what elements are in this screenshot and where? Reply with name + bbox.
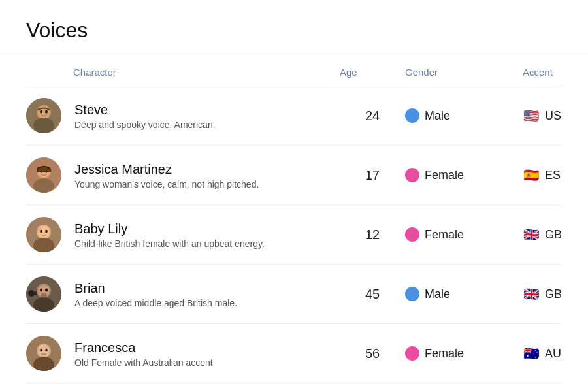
character-info: Brian A deep voiced middle aged British … bbox=[74, 280, 237, 308]
gender-dot bbox=[405, 346, 419, 361]
table-row[interactable]: Brian A deep voiced middle aged British … bbox=[26, 265, 562, 324]
svg-point-34 bbox=[45, 349, 48, 351]
character-cell: Francesca Old Female with Australian acc… bbox=[26, 336, 340, 371]
svg-point-24 bbox=[40, 289, 42, 292]
character-name: Steve bbox=[74, 102, 216, 118]
gender-cell: Female bbox=[405, 168, 523, 182]
character-description: A deep voiced middle aged British male. bbox=[74, 298, 237, 308]
gender-label: Male bbox=[425, 109, 450, 123]
gender-label: Male bbox=[425, 287, 450, 301]
age-cell: 56 bbox=[340, 346, 405, 361]
page-title: Voices bbox=[0, 0, 588, 56]
accent-label: GB bbox=[545, 287, 562, 301]
avatar-brian bbox=[26, 276, 61, 312]
svg-point-16 bbox=[40, 230, 42, 233]
flag-icon: 🇦🇺 bbox=[523, 345, 540, 362]
flag-icon: 🇺🇸 bbox=[523, 107, 540, 124]
accent-cell: 🇪🇸 ES bbox=[523, 167, 588, 184]
flag-icon: 🇬🇧 bbox=[523, 286, 540, 302]
accent-label: AU bbox=[545, 347, 561, 361]
gender-cell: Male bbox=[405, 287, 523, 301]
header-character: Character bbox=[26, 67, 340, 78]
character-cell: Steve Deep and spooky voice. American. bbox=[26, 98, 340, 133]
character-description: Child-like British female with an upbeat… bbox=[74, 238, 265, 249]
accent-cell: 🇺🇸 US bbox=[523, 107, 588, 124]
age-cell: 12 bbox=[340, 227, 405, 242]
table-row[interactable]: Jessica Martinez Young woman's voice, ca… bbox=[26, 146, 562, 205]
table-body: Steve Deep and spooky voice. American. 2… bbox=[26, 86, 562, 384]
table-header: Character Age Gender Accent bbox=[26, 56, 562, 86]
svg-point-27 bbox=[28, 290, 35, 297]
header-gender: Gender bbox=[405, 67, 523, 78]
gender-cell: Female bbox=[405, 227, 523, 242]
character-name: Jessica Martinez bbox=[74, 161, 259, 177]
svg-point-26 bbox=[41, 295, 47, 298]
svg-point-2 bbox=[33, 118, 54, 133]
age-cell: 17 bbox=[340, 168, 405, 183]
avatar-francesca bbox=[26, 336, 61, 371]
avatar-jessica bbox=[26, 157, 61, 193]
table-row[interactable]: Steve Deep and spooky voice. American. 2… bbox=[26, 86, 562, 146]
gender-dot bbox=[405, 168, 419, 182]
accent-label: GB bbox=[545, 228, 562, 242]
gender-label: Female bbox=[425, 347, 464, 361]
svg-point-25 bbox=[45, 289, 48, 292]
table-row[interactable]: Francesca Old Female with Australian acc… bbox=[26, 324, 562, 384]
accent-cell: 🇬🇧 GB bbox=[523, 286, 588, 302]
svg-point-4 bbox=[40, 110, 42, 114]
svg-point-17 bbox=[45, 230, 48, 233]
character-description: Deep and spooky voice. American. bbox=[74, 120, 216, 130]
table-row[interactable]: Baby Lily Child-like British female with… bbox=[26, 205, 562, 265]
accent-cell: 🇬🇧 GB bbox=[523, 226, 588, 243]
character-info: Jessica Martinez Young woman's voice, ca… bbox=[74, 161, 259, 189]
gender-cell: Male bbox=[405, 108, 523, 123]
character-description: Young woman's voice, calm, not high pitc… bbox=[74, 179, 259, 189]
svg-rect-28 bbox=[35, 291, 37, 295]
character-info: Francesca Old Female with Australian acc… bbox=[74, 340, 213, 368]
accent-cell: 🇦🇺 AU bbox=[523, 345, 588, 362]
character-cell: Baby Lily Child-like British female with… bbox=[26, 217, 340, 252]
svg-point-5 bbox=[45, 110, 48, 114]
flag-icon: 🇬🇧 bbox=[523, 226, 540, 243]
svg-point-33 bbox=[40, 349, 42, 351]
character-name: Baby Lily bbox=[74, 221, 265, 237]
character-info: Steve Deep and spooky voice. American. bbox=[74, 102, 216, 130]
voices-table: Character Age Gender Accent Steve Deep a… bbox=[0, 56, 588, 384]
age-cell: 45 bbox=[340, 287, 405, 302]
gender-dot bbox=[405, 108, 419, 123]
character-info: Baby Lily Child-like British female with… bbox=[74, 221, 265, 249]
accent-label: ES bbox=[545, 169, 561, 182]
header-accent: Accent bbox=[523, 67, 588, 78]
character-description: Old Female with Australian accent bbox=[74, 357, 213, 368]
gender-dot bbox=[405, 227, 419, 242]
gender-label: Female bbox=[425, 228, 464, 242]
gender-label: Female bbox=[425, 169, 464, 182]
avatar-lily bbox=[26, 217, 61, 252]
character-name: Francesca bbox=[74, 340, 213, 355]
header-age: Age bbox=[340, 67, 405, 78]
gender-dot bbox=[405, 287, 419, 301]
age-cell: 24 bbox=[340, 108, 405, 123]
avatar-steve bbox=[26, 98, 61, 133]
svg-point-32 bbox=[38, 345, 50, 357]
character-cell: Brian A deep voiced middle aged British … bbox=[26, 276, 340, 312]
flag-icon: 🇪🇸 bbox=[523, 167, 540, 184]
character-cell: Jessica Martinez Young woman's voice, ca… bbox=[26, 157, 340, 193]
accent-label: US bbox=[545, 109, 561, 123]
svg-point-19 bbox=[39, 226, 42, 229]
gender-cell: Female bbox=[405, 346, 523, 361]
character-name: Brian bbox=[74, 280, 237, 296]
